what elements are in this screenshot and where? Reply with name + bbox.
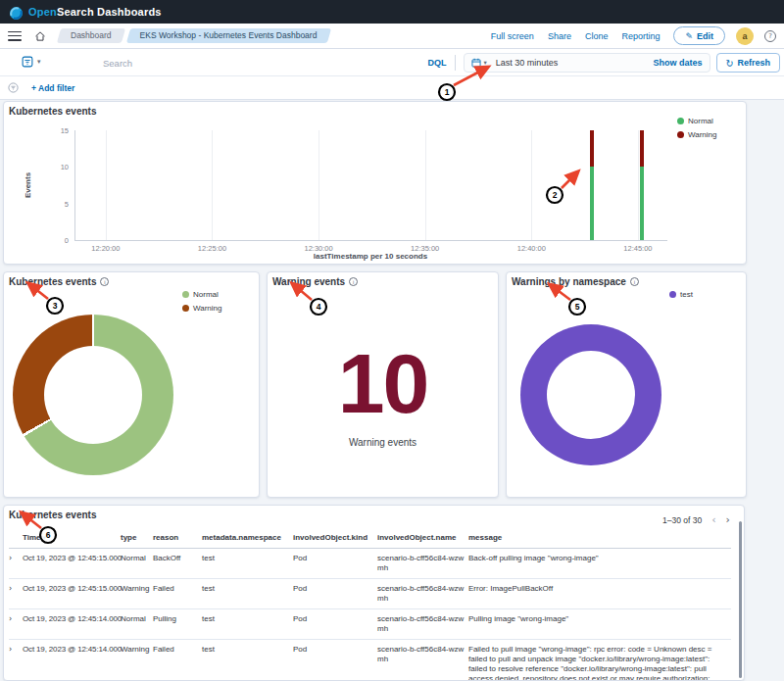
column-header-involvedobject-name[interactable]: involvedObject.name [377, 529, 468, 549]
bar-warning[interactable] [640, 130, 644, 167]
table-row: ›Oct 19, 2023 @ 12:45:15.000WarningFaile… [9, 579, 731, 609]
pagination-prev-button[interactable]: ‹ [711, 515, 715, 525]
scrollbar[interactable] [739, 521, 742, 678]
row-expand-button[interactable]: › [9, 640, 23, 681]
table-cell: Pod [293, 549, 377, 579]
panel-kubernetes-events-pie: Kubernetes events i Normal Warning [3, 271, 260, 498]
chevron-down-icon: ▾ [37, 58, 41, 66]
breadcrumb-current[interactable]: EKS Workshop - Kubernetes Events Dashboa… [128, 28, 329, 43]
pagination-next-button[interactable]: › [726, 515, 730, 525]
time-range-label[interactable]: Last 30 minutes [496, 58, 559, 68]
y-axis-line [74, 130, 75, 240]
nav-action-reporting[interactable]: Reporting [621, 31, 660, 41]
table-cell: scenario-b-cff56c84-wzwmh [377, 609, 468, 640]
saved-query-icon [22, 56, 33, 68]
row-expand-button[interactable]: › [9, 609, 23, 640]
query-bar: ▾ DQL ▾ Last 30 minutes Show dates ↻ Ref… [0, 49, 784, 76]
info-icon[interactable]: i [100, 277, 109, 286]
namespace-donut-chart[interactable] [520, 324, 662, 465]
legend-label: test [680, 290, 693, 299]
home-button[interactable] [34, 30, 46, 42]
dql-button[interactable]: DQL [428, 58, 447, 68]
table-cell: scenario-b-cff56c84-wzwmh [377, 579, 468, 609]
saved-query-button[interactable]: ▾ [22, 56, 41, 68]
histogram-legend: Normal Warning [677, 117, 717, 144]
x-tick-label: 12:20:00 [81, 244, 130, 253]
table-cell: scenario-b-cff56c84-wzwmh [377, 549, 468, 579]
pagination-label: 1–30 of 30 [662, 515, 702, 525]
refresh-button[interactable]: ↻ Refresh [716, 53, 780, 73]
gridline [425, 130, 426, 240]
events-histogram-plot: 12:20:0012:25:0012:30:0012:35:0012:40:00… [4, 102, 746, 264]
y-tick-label: 15 [45, 126, 69, 135]
y-tick-label: 10 [45, 163, 69, 171]
add-filter-button[interactable]: + Add filter [31, 83, 74, 93]
table-header-row: Time▾typereasonmetadata.namespaceinvolve… [9, 529, 731, 549]
pagination: 1–30 of 30 ‹ › [662, 515, 730, 525]
table-cell: Oct 19, 2023 @ 12:45:15.000 [23, 579, 121, 609]
column-header-metadata-namespace[interactable]: metadata.namespace [202, 529, 293, 549]
chevron-down-icon[interactable]: ▾ [484, 59, 487, 67]
table-cell: Failed to pull image "wrong-image": rpc … [468, 640, 731, 681]
row-expand-button[interactable]: › [9, 579, 23, 609]
edit-button[interactable]: ✎ Edit [673, 26, 725, 45]
avatar[interactable]: a [736, 27, 754, 45]
row-expand-button[interactable]: › [9, 549, 23, 579]
nav-action-full-screen[interactable]: Full screen [491, 31, 534, 41]
table-cell: test [202, 640, 293, 681]
table-cell: test [202, 549, 293, 579]
sort-desc-icon: ▾ [43, 534, 47, 542]
legend-item-normal[interactable]: Normal [677, 117, 717, 125]
nav-action-share[interactable]: Share [548, 31, 571, 41]
breadcrumb-dashboard[interactable]: Dashboard [59, 28, 123, 43]
info-icon[interactable]: i [349, 277, 358, 286]
gridline [212, 130, 213, 240]
breadcrumb: Dashboard EKS Workshop - Kubernetes Even… [59, 28, 333, 43]
pencil-icon: ✎ [685, 31, 693, 41]
legend-item-warning[interactable]: Warning [182, 304, 222, 313]
help-button[interactable]: ? [764, 30, 776, 42]
show-dates-button[interactable]: Show dates [654, 58, 703, 68]
info-icon[interactable]: i [630, 277, 639, 286]
column-header-involvedobject-kind[interactable]: involvedObject.kind [293, 529, 377, 549]
panel-title[interactable]: Warnings by namespace i [512, 276, 639, 287]
table-cell: Normal [121, 609, 153, 640]
nav-bar: Dashboard EKS Workshop - Kubernetes Even… [0, 24, 784, 49]
y-tick-label: 0 [45, 236, 69, 245]
menu-button[interactable] [8, 31, 22, 41]
legend-label: Warning [688, 130, 717, 139]
bar-warning[interactable] [590, 130, 594, 167]
bar-normal[interactable] [640, 167, 644, 240]
x-axis-line [74, 240, 667, 241]
calendar-icon[interactable] [471, 58, 481, 68]
panel-title[interactable]: Warning events i [272, 276, 358, 287]
panel-title[interactable]: Kubernetes events [9, 510, 96, 520]
x-tick-label: 12:25:00 [187, 244, 236, 253]
table-cell: Pod [293, 609, 377, 640]
home-icon [34, 30, 46, 42]
legend-item-test[interactable]: test [669, 290, 693, 299]
table-cell: Pod [293, 579, 377, 609]
legend-item-warning[interactable]: Warning [677, 130, 717, 139]
column-header-message[interactable]: message [468, 529, 731, 549]
table-cell: Pod [293, 640, 377, 681]
refresh-icon: ↻ [726, 58, 734, 69]
events-table: Time▾typereasonmetadata.namespaceinvolve… [9, 529, 731, 681]
search-input[interactable] [103, 53, 426, 73]
metric-label: Warning events [268, 437, 498, 448]
panel-warnings-by-namespace: Warnings by namespace i test [506, 271, 747, 498]
filter-icon[interactable] [8, 82, 19, 93]
column-header-time[interactable]: Time▾ [23, 529, 121, 549]
legend-item-normal[interactable]: Normal [182, 290, 222, 299]
nav-action-clone[interactable]: Clone [585, 31, 609, 41]
table-cell: Pulling image "wrong-image" [468, 609, 731, 640]
x-axis-label: lastTimestamp per 10 seconds [314, 252, 427, 261]
table-row: ›Oct 19, 2023 @ 12:45:14.000NormalPullin… [9, 609, 731, 640]
events-donut-chart[interactable] [13, 315, 173, 475]
panel-title[interactable]: Kubernetes events i [9, 276, 109, 287]
column-header-reason[interactable]: reason [153, 529, 202, 549]
table-cell: Pulling [153, 609, 202, 640]
column-header-type[interactable]: type [121, 529, 153, 549]
table-cell: scenario-b-cff56c84-wzwmh [377, 640, 468, 681]
bar-normal[interactable] [590, 167, 594, 240]
